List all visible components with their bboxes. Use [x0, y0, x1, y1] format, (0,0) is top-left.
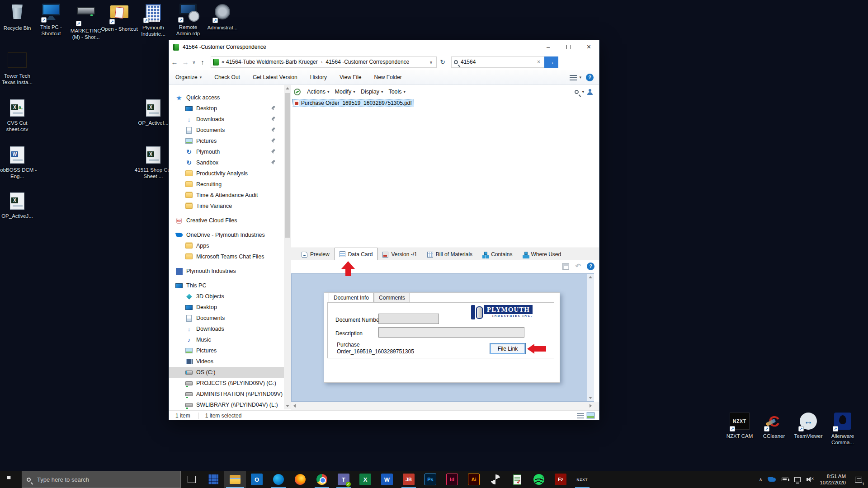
minimize-button[interactable]: –: [538, 40, 558, 54]
tab-document-info[interactable]: Document Info: [329, 293, 374, 302]
tab-preview[interactable]: Preview: [297, 249, 335, 260]
tray-expand-icon[interactable]: ∧: [759, 477, 762, 483]
new-folder-button[interactable]: New Folder: [368, 74, 408, 80]
sidebar-item-downloads-pc[interactable]: ↓Downloads: [169, 324, 284, 334]
taskbar-file-explorer[interactable]: [224, 471, 246, 488]
scroll-left-icon[interactable]: [293, 404, 296, 408]
taskbar-edge[interactable]: [268, 471, 289, 488]
sidebar-item-time-attendance-audit[interactable]: Time & Attendance Audit: [169, 190, 284, 201]
desktop-icon-op-active-1[interactable]: X OP_ActiveJ...: [0, 192, 37, 219]
menu-tools[interactable]: Tools▾: [387, 89, 409, 95]
volume-muted-icon[interactable]: [807, 477, 814, 482]
details-view-icon[interactable]: [577, 413, 584, 418]
sidebar-item-documents[interactable]: Documents: [169, 125, 284, 136]
file-link-button[interactable]: File Link: [490, 343, 525, 354]
help-button[interactable]: ?: [586, 74, 594, 81]
sidebar-item-downloads[interactable]: ↓Downloads: [169, 114, 284, 125]
file-row-selected[interactable]: Purchase Order_169519_1603289751305.pdf: [293, 99, 414, 107]
desktop-icon-jobboss-dcm[interactable]: W JobBOSS DCM - Eng...: [0, 145, 37, 179]
desktop-icon-nzxt-cam[interactable]: NZXT↗ NZXT CAM: [720, 412, 760, 439]
sidebar-item-sandbox[interactable]: ↻Sandbox: [169, 157, 284, 168]
title-bar[interactable]: 41564 -Customer Correspondence – ×: [169, 40, 599, 54]
sidebar-item-pictures-pc[interactable]: Pictures: [169, 345, 284, 356]
sidebar-item-time-variance[interactable]: Time Variance: [169, 201, 284, 211]
refresh-button[interactable]: ↻: [437, 58, 448, 66]
search-input[interactable]: [461, 59, 536, 65]
tab-contains[interactable]: Contains: [477, 249, 517, 260]
tab-data-card[interactable]: Data Card: [335, 248, 378, 260]
sidebar-item-desktop-pc[interactable]: Desktop: [169, 302, 284, 313]
taskbar-nzxt[interactable]: NZXT: [571, 471, 593, 488]
history-button[interactable]: History: [304, 74, 333, 80]
sidebar-item-quick-access[interactable]: ★Quick access: [169, 92, 284, 103]
check-out-button[interactable]: Check Out: [208, 74, 246, 80]
taskbar-clock[interactable]: 8:51 AM 10/22/2020: [820, 473, 846, 486]
sidebar-item-administration-drive[interactable]: ADMINISTRATION (\\PLYIND09V) (H:: [169, 389, 284, 399]
desktop-icon-administrator[interactable]: ↗ Administrat...: [203, 3, 242, 31]
desktop-icon-plymouth-industries[interactable]: ↗ Plymouth Industrie...: [133, 3, 173, 37]
task-view-button[interactable]: [181, 471, 203, 488]
sidebar-item-apps[interactable]: Apps: [169, 240, 284, 251]
taskbar-filezilla[interactable]: Fz: [550, 471, 571, 488]
onedrive-tray-icon[interactable]: [768, 478, 776, 482]
get-latest-version-button[interactable]: Get Latest Version: [246, 74, 304, 80]
sidebar-item-projects-drive[interactable]: PROJECTS (\\PLYIND09V) (G:): [169, 378, 284, 389]
change-view-button[interactable]: ▾: [570, 74, 581, 80]
taskbar-word[interactable]: W: [376, 471, 398, 488]
taskbar-illustrator[interactable]: Ai: [463, 471, 485, 488]
sidebar-item-creative-cloud-files[interactable]: Creative Cloud Files: [169, 215, 284, 226]
scroll-down-icon[interactable]: [589, 397, 592, 399]
forward-button[interactable]: →: [180, 58, 191, 66]
clear-search-icon[interactable]: ×: [536, 59, 542, 65]
desktop-icon-op-active-2[interactable]: X OP_ActiveI...: [133, 99, 173, 126]
panel-scrollbar[interactable]: [587, 274, 594, 401]
scroll-up-icon[interactable]: [589, 276, 592, 278]
desktop-icon-ccleaner[interactable]: ↗ CCleaner: [754, 412, 794, 439]
taskbar-photoshop[interactable]: Ps: [420, 471, 441, 488]
menu-display[interactable]: Display▾: [359, 89, 387, 95]
scroll-down-icon[interactable]: [286, 405, 289, 407]
back-button[interactable]: ←: [169, 58, 180, 66]
scrollbar-thumb[interactable]: [285, 93, 290, 238]
sidebar-item-music[interactable]: ♪Music: [169, 334, 284, 345]
desktop-icon-this-pc-shortcut[interactable]: ↗ This PC - Shortcut: [31, 3, 71, 37]
description-field[interactable]: [378, 327, 524, 338]
zoom-dropdown-icon[interactable]: ▾: [582, 89, 584, 94]
sidebar-scrollbar[interactable]: [284, 85, 291, 409]
action-center-button[interactable]: 1: [852, 471, 865, 488]
sidebar-item-this-pc[interactable]: This PC: [169, 280, 284, 291]
taskbar-search[interactable]: [22, 471, 181, 488]
sidebar-item-plymouth-industries[interactable]: Plymouth Industries: [169, 266, 284, 277]
taskbar-spotify[interactable]: [528, 471, 550, 488]
tab-version[interactable]: Version -/1: [377, 249, 422, 260]
start-button[interactable]: [0, 471, 22, 488]
tab-where-used[interactable]: Where Used: [518, 249, 566, 260]
search-box[interactable]: ×: [451, 56, 544, 68]
sidebar-item-onedrive[interactable]: OneDrive - Plymouth Industries: [169, 230, 284, 240]
document-number-field[interactable]: [378, 314, 439, 324]
scroll-right-icon[interactable]: [590, 404, 592, 408]
desktop-icon-remote-admin[interactable]: ↗ Remote Admin.rdp: [168, 3, 208, 37]
taskbar-app-grid[interactable]: [203, 471, 224, 488]
taskbar-excel[interactable]: X: [354, 471, 376, 488]
taskbar-teams[interactable]: T✓: [333, 471, 354, 488]
address-dropdown[interactable]: ∨: [428, 60, 434, 65]
desktop-icon-41511-shop-cut-sheet[interactable]: X 41511 Shop Cut Sheet ...: [133, 145, 173, 179]
desktop-icon-alienware[interactable]: ↗ Alienware Comma...: [823, 412, 863, 446]
thumbnail-view-icon[interactable]: [587, 413, 594, 418]
save-icon[interactable]: [562, 263, 569, 270]
desktop-icon-cvs-cut-sheet[interactable]: Xa, CVS Cut sheet.csv: [0, 99, 37, 132]
address-box[interactable]: « 41564-Tube Weldments-Barb Krueger › 41…: [211, 56, 437, 68]
sidebar-item-recruiting[interactable]: Recruiting: [169, 179, 284, 190]
taskbar-outlook[interactable]: O: [246, 471, 268, 488]
scroll-up-icon[interactable]: [286, 87, 289, 89]
network-icon[interactable]: [794, 477, 801, 482]
taskbar-acrobat[interactable]: [485, 471, 506, 488]
taskbar-document-app[interactable]: [506, 471, 528, 488]
organize-button[interactable]: Organize▾: [169, 74, 208, 80]
horizontal-scrollbar[interactable]: [291, 402, 594, 410]
taskbar-search-input[interactable]: [37, 476, 176, 483]
user-icon[interactable]: [587, 89, 593, 95]
maximize-button[interactable]: [558, 40, 579, 54]
undo-icon[interactable]: ↶: [575, 262, 581, 270]
